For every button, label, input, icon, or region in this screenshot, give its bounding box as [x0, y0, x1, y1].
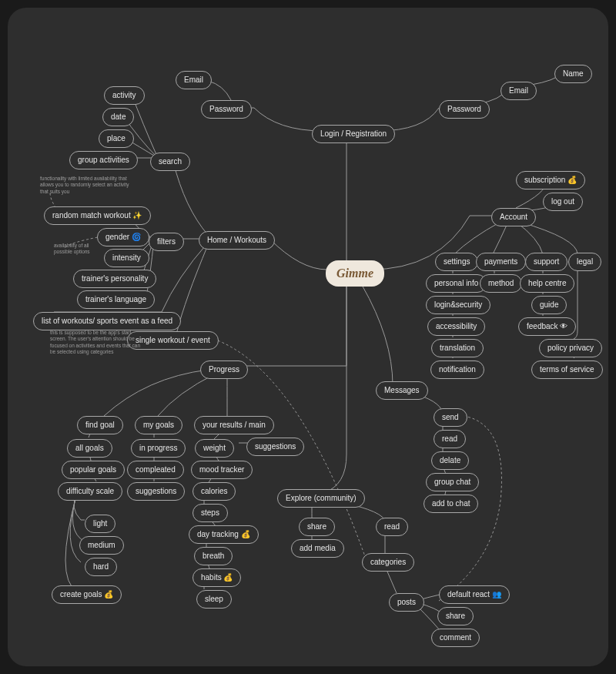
node-explore-read: read — [376, 518, 408, 536]
node-search: search — [150, 153, 190, 171]
node-logout: log out — [543, 193, 583, 211]
node-sleep: sleep — [196, 590, 232, 609]
node-diff-medium: medium — [79, 536, 124, 555]
node-support-help: help centre — [520, 274, 574, 293]
node-steps: steps — [192, 504, 228, 522]
node-search-date: date — [102, 108, 134, 126]
node-progress: Progress — [200, 360, 248, 379]
node-home: Home / Workouts — [199, 231, 275, 250]
node-creategoals: create goals 💰 — [52, 585, 122, 604]
app-logo: Gimme — [326, 260, 384, 287]
node-settings-login: login&security — [426, 296, 490, 314]
node-posts-react: default react 👥 — [439, 585, 510, 604]
node-filters-intensity: intensity — [104, 249, 149, 267]
node-msg-delete: delate — [431, 451, 469, 470]
node-results: your results / main — [194, 416, 274, 434]
node-explore-categories: categories — [362, 553, 414, 572]
node-login-left-password: Password — [201, 100, 252, 119]
node-support-feedback: feedback 👁 — [518, 317, 576, 336]
node-mygoals: my goals — [135, 416, 182, 434]
node-calories: calories — [192, 482, 236, 501]
node-weight: weight — [195, 439, 234, 458]
node-msg-add: add to chat — [424, 495, 478, 513]
node-msg-send: send — [434, 408, 467, 427]
node-mygoals-sugg: suggestions — [127, 482, 185, 501]
node-search-activity: activity — [104, 86, 145, 105]
node-filters-language: trainer's language — [77, 290, 155, 309]
node-filters-personality: trainer's personality — [73, 270, 156, 288]
node-mygoals-inprog: in progress — [131, 439, 186, 458]
node-payments-method: method — [480, 274, 522, 293]
note-random: functionality with limited availability … — [40, 176, 132, 195]
node-home-feed: list of workouts/ sports event as a feed — [33, 312, 181, 330]
node-login-right-name: Name — [554, 65, 592, 83]
node-posts-share: share — [437, 607, 474, 625]
node-msg-group: group chat — [426, 473, 479, 491]
node-posts-comment: comment — [431, 629, 480, 647]
node-search-place: place — [99, 129, 134, 148]
node-subscription: subscription 💰 — [516, 171, 585, 189]
node-findgoal: find goal — [77, 416, 123, 434]
node-diff-hard: hard — [85, 558, 117, 576]
node-explore-share: share — [299, 518, 335, 536]
node-filters: filters — [149, 233, 184, 251]
node-login-right-email: Email — [500, 82, 537, 100]
diagram-canvas: Gimme Login / Registration Password Emai… — [8, 8, 608, 666]
node-settings-trans: translation — [431, 339, 484, 357]
node-search-group: group activities — [69, 151, 138, 169]
node-breath: breath — [194, 547, 233, 565]
node-mood: mood tracker — [191, 461, 253, 479]
node-explore: Explore (community) — [277, 489, 365, 508]
node-explore-addmedia: add media — [291, 539, 344, 558]
node-diff-light: light — [85, 515, 116, 533]
node-allgoals: all goals — [67, 439, 112, 458]
note-feed: this is supposed to be the app's start s… — [50, 330, 142, 356]
node-posts: posts — [389, 593, 424, 612]
node-support-guide: guide — [531, 296, 567, 314]
node-filters-gender: gender 🌀 — [97, 228, 149, 246]
node-login-right-password: Password — [439, 100, 490, 119]
node-settings: settings — [435, 253, 478, 271]
node-support: support — [525, 253, 567, 271]
node-mygoals-comp: compleated — [127, 461, 184, 479]
node-login: Login / Registration — [312, 125, 395, 143]
node-legal-tos: terms of service — [531, 360, 603, 379]
node-messages: Messages — [376, 381, 428, 400]
node-login-left-email: Email — [176, 71, 212, 89]
node-payments: payments — [476, 253, 526, 271]
node-populargoals: popular goals — [62, 461, 125, 479]
node-settings-personal: personal info — [426, 274, 487, 293]
note-gender: availability of all possible options — [54, 243, 100, 256]
node-habits: habits 💰 — [192, 568, 241, 587]
node-msg-read: read — [434, 430, 466, 448]
node-difficulty: difficulty scale — [58, 482, 122, 501]
node-account: Account — [491, 208, 536, 226]
node-legal: legal — [568, 253, 601, 271]
node-daytracking: day tracking 💰 — [189, 525, 259, 544]
node-settings-notif: notification — [430, 360, 484, 379]
node-settings-access: accessibility — [427, 317, 485, 336]
node-filters-random: random match workout ✨ — [44, 206, 151, 225]
node-legal-privacy: policy privacy — [539, 339, 602, 357]
node-results-sugg: suggestions — [246, 438, 304, 456]
